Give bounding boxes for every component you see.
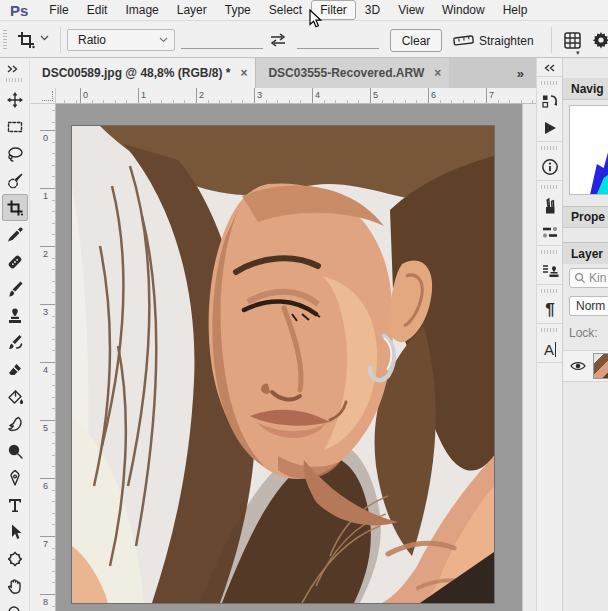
menu-view[interactable]: View: [389, 0, 433, 20]
tool-spot-healing[interactable]: [2, 248, 28, 275]
properties-panel-tab[interactable]: Prope: [563, 206, 608, 228]
tool-eyedropper[interactable]: [2, 221, 28, 248]
history-brush-icon: [6, 334, 24, 352]
menu-file[interactable]: File: [40, 0, 77, 20]
ruler-label: 1: [43, 191, 48, 201]
swap-dimensions-icon[interactable]: [268, 32, 288, 48]
crop-settings-gear-icon[interactable]: [592, 31, 608, 49]
strip-grip[interactable]: [541, 328, 559, 332]
horizontal-ruler[interactable]: 0 1 2 3 4 5 6 7: [56, 88, 536, 104]
tab-overflow-chevrons-icon[interactable]: »: [517, 66, 526, 81]
tool-move[interactable]: [2, 86, 28, 113]
paragraph-panel-icon[interactable]: ¶: [537, 297, 563, 323]
crop-width-input[interactable]: [181, 31, 263, 49]
document-tab-inactive[interactable]: DSC03555-Recovered.ARW ×: [255, 58, 449, 88]
panels-collapse-chevrons-icon[interactable]: [537, 58, 562, 76]
tool-lasso[interactable]: [2, 140, 28, 167]
tab-close-icon[interactable]: ×: [240, 66, 247, 80]
toolbar-gap: [30, 104, 40, 611]
tool-marquee[interactable]: [2, 113, 28, 140]
character-panel-icon[interactable]: A: [537, 336, 563, 362]
tool-custom-shape[interactable]: [2, 545, 28, 572]
paragraph-glyph: ¶: [545, 300, 554, 320]
menu-select[interactable]: Select: [260, 0, 311, 20]
straighten-label[interactable]: Straighten: [479, 34, 534, 48]
tool-brush[interactable]: [2, 275, 28, 302]
strip-grip[interactable]: [541, 185, 559, 189]
ruler-label: 2: [43, 249, 48, 259]
actions-panel-icon[interactable]: [537, 115, 563, 141]
crop-tool-preset-icon[interactable]: [16, 30, 36, 50]
menu-type[interactable]: Type: [216, 0, 260, 20]
clone-stamp-icon: [6, 307, 24, 325]
path-selection-icon: [6, 523, 24, 541]
vertical-ruler[interactable]: 0 1 2 3 4 5 6 7 8: [40, 104, 56, 611]
ruler-label: 1: [141, 90, 146, 100]
blend-mode-select[interactable]: Norm: [569, 296, 608, 316]
layer-thumbnail[interactable]: [593, 353, 608, 379]
tool-path-selection[interactable]: [2, 518, 28, 545]
dodge-icon: [6, 442, 24, 460]
toolbar-grip[interactable]: [6, 78, 24, 82]
ratio-select-value: Ratio: [78, 33, 106, 47]
document-tab-bar: DSC00589.jpg @ 48,8% (RGB/8) * × DSC0355…: [30, 58, 536, 88]
canvas-viewport[interactable]: [56, 104, 522, 611]
layers-panel-tab[interactable]: Layer: [563, 242, 608, 264]
ruler-label: 0: [43, 133, 48, 143]
menu-window[interactable]: Window: [433, 0, 494, 20]
tool-eraser[interactable]: [2, 356, 28, 383]
tool-quick-selection[interactable]: [2, 167, 28, 194]
straighten-icon[interactable]: [452, 33, 476, 47]
layers-filter-search[interactable]: Kin: [569, 268, 608, 288]
strip-grip[interactable]: [541, 146, 559, 150]
layer-visibility-eye-icon[interactable]: [570, 360, 586, 372]
options-grip[interactable]: [3, 30, 7, 50]
document-tab-title: DSC00589.jpg @ 48,8% (RGB/8) *: [42, 66, 230, 80]
ruler-label: 3: [257, 90, 262, 100]
tool-pen[interactable]: [2, 464, 28, 491]
tool-type[interactable]: [2, 491, 28, 518]
tool-dodge[interactable]: [2, 437, 28, 464]
strip-grip[interactable]: [541, 250, 559, 254]
brushes-panel-icon[interactable]: [537, 219, 563, 245]
menu-3d[interactable]: 3D: [356, 0, 389, 20]
layers-filter-value: Kin: [589, 271, 606, 285]
tool-zoom[interactable]: [2, 599, 28, 611]
tool-history-brush[interactable]: [2, 329, 28, 356]
options-divider: [551, 27, 552, 53]
strip-grip[interactable]: [541, 81, 559, 85]
mouse-cursor-icon: [308, 9, 323, 30]
options-divider: [60, 27, 61, 53]
clone-source-panel-icon[interactable]: [537, 258, 563, 284]
strip-grip[interactable]: [541, 289, 559, 293]
tool-clone-stamp[interactable]: [2, 302, 28, 329]
preset-chevron-icon[interactable]: [40, 35, 49, 41]
lock-label: Lock:: [569, 326, 598, 340]
crop-overlay-grid-icon[interactable]: [563, 31, 582, 50]
clear-button[interactable]: Clear: [390, 29, 442, 52]
menu-help[interactable]: Help: [494, 0, 537, 20]
document-tab-active[interactable]: DSC00589.jpg @ 48,8% (RGB/8) * ×: [30, 58, 255, 88]
menu-edit[interactable]: Edit: [78, 0, 117, 20]
tool-options-bar: Ratio Clear Straighten ▾: [0, 22, 608, 58]
crop-ratio-select[interactable]: Ratio: [67, 29, 175, 51]
ruler-label: 5: [373, 90, 378, 100]
tool-paint-bucket[interactable]: [2, 383, 28, 410]
brush-settings-panel-icon[interactable]: [537, 193, 563, 219]
tool-crop[interactable]: [2, 194, 28, 221]
layer-row[interactable]: [563, 350, 608, 382]
toolbar-collapse-chevrons-icon[interactable]: [7, 62, 29, 76]
history-panel-icon[interactable]: [537, 89, 563, 115]
info-panel-icon[interactable]: [537, 154, 563, 180]
menu-image[interactable]: Image: [116, 0, 167, 20]
tool-smudge[interactable]: [2, 410, 28, 437]
crop-height-input[interactable]: [297, 31, 379, 49]
tab-close-icon[interactable]: ×: [434, 66, 441, 80]
properties-panel-title: Prope: [563, 210, 605, 224]
photoshop-logo: Ps: [10, 2, 28, 19]
hand-icon: [6, 577, 24, 595]
menu-layer[interactable]: Layer: [168, 0, 216, 20]
ruler-origin-box[interactable]: [30, 88, 56, 104]
tool-hand[interactable]: [2, 572, 28, 599]
navigator-panel-tab[interactable]: Navig: [563, 78, 608, 100]
